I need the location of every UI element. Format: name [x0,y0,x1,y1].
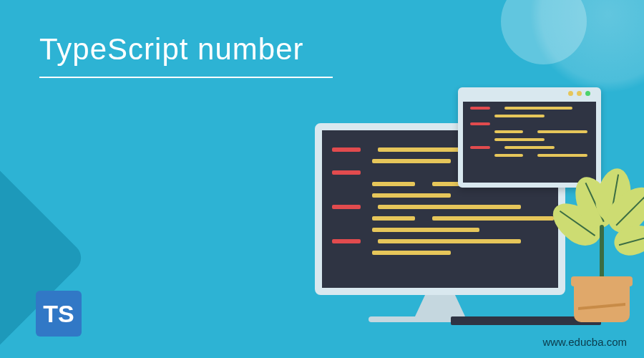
plant-pot [574,279,630,322]
plant-illustration [551,179,644,322]
illustration-scene [315,123,565,322]
window-controls-icon [568,91,590,96]
typescript-logo: TS [36,291,82,337]
monitor-illustration [315,123,565,295]
logo-text: TS [43,300,74,328]
source-url: www.educba.com [542,336,627,348]
plant-stem [600,225,604,282]
popup-window-illustration [458,87,601,188]
page-title: TypeScript number [39,32,304,67]
monitor-stand [415,295,465,316]
